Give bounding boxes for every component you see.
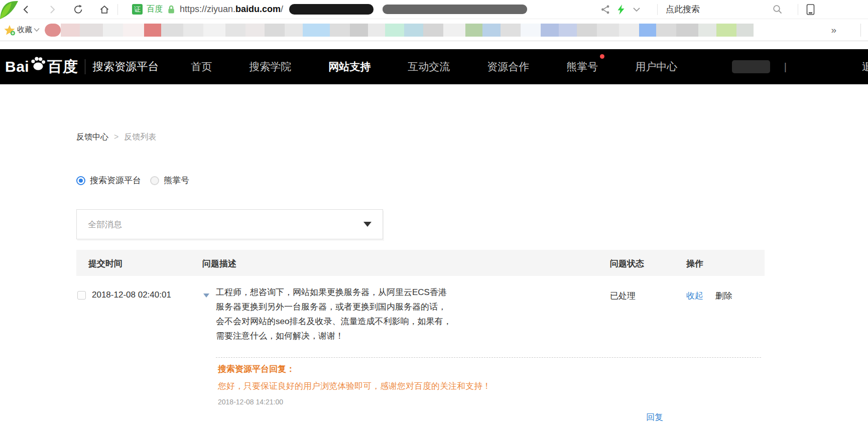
row-submit-time: 2018-12-08 02:40:01 [92,290,171,300]
row-checkbox[interactable] [77,291,86,300]
nav-item[interactable]: 首页 [191,60,212,74]
forward-button[interactable] [47,5,57,15]
reply-title: 搜索资源平台回复： [218,363,491,375]
feedback-table: 提交时间 问题描述 问题状态 操作 2018-12-08 02:40:01 工程… [76,250,765,433]
bookmark-item[interactable] [736,24,754,37]
mobile-phone-icon[interactable] [806,4,815,15]
back-button[interactable] [21,5,31,15]
address-bar[interactable]: 证 百度 https://ziyuan.baidu.com/ [126,4,527,15]
header-status: 问题状态 [610,258,644,269]
radio-label-xiongzhanghao[interactable]: 熊掌号 [164,175,189,186]
dropdown-selected-value: 全部消息 [88,219,122,230]
bookmark-item[interactable] [80,24,103,37]
baidu-paw-icon [30,56,47,71]
site-verified-name: 百度 [147,4,163,15]
reply-text: 您好，只要保证良好的用户浏览体验即可，感谢您对百度的关注和支持！ [218,380,491,392]
bookmark-item[interactable] [265,24,285,37]
breadcrumb-feedback-center[interactable]: 反馈中心 [76,132,108,141]
bookmark-item[interactable] [183,24,203,37]
bookmark-item[interactable] [639,24,656,37]
bookmark-item[interactable] [482,24,501,37]
bookmark-item[interactable] [45,24,61,37]
delete-link[interactable]: 删除 [715,290,732,302]
bookmark-item[interactable] [144,24,161,37]
logo-divider [85,59,85,74]
username-redacted[interactable] [732,60,770,73]
home-button[interactable] [99,5,109,15]
bookmark-item[interactable] [161,24,183,37]
user-divider: | [784,61,787,73]
baidu-logo[interactable]: Bai 百度 [5,57,78,77]
bookmark-item[interactable] [368,24,385,37]
bookmark-item[interactable] [285,24,303,37]
favorites-label[interactable]: 收藏 [17,25,32,35]
nav-item[interactable]: 用户中心 [635,60,677,74]
collapse-triangle-icon[interactable] [203,294,209,298]
bookmark-item[interactable] [716,24,736,37]
reply-button[interactable]: 回复 [646,411,663,423]
bookmark-item[interactable] [225,24,245,37]
chevron-down-icon[interactable] [633,7,640,12]
bookmark-item[interactable] [559,24,577,37]
radio-search-platform[interactable] [76,176,85,185]
bookmark-item[interactable] [443,24,465,37]
bookmark-item[interactable] [698,24,716,37]
dropdown-arrow-icon [363,222,371,227]
bookmark-item[interactable] [577,24,597,37]
certified-badge: 证 [132,4,143,15]
nav-item[interactable]: 网站支持 [328,60,370,74]
bookmark-item[interactable] [597,24,619,37]
breadcrumb-feedback-list: 反馈列表 [124,132,156,141]
bookmark-item[interactable] [61,24,80,37]
question-line: 工程师，想咨询下，网站如果更换服务器，从阿里云ECS香港 [216,285,482,300]
bookmark-item[interactable] [330,24,350,37]
bookmark-item[interactable] [350,24,368,37]
feedback-page: 反馈中心>反馈列表 搜索资源平台 熊掌号 全部消息 提交时间 问题描述 问题状态… [0,84,868,433]
bookmark-item[interactable] [465,24,482,37]
bookmark-item[interactable] [123,24,144,37]
source-radio-group: 搜索资源平台 熊掌号 [76,175,198,186]
bookmark-item[interactable] [404,24,423,37]
favorites-chevron-icon[interactable] [34,28,40,32]
bookmark-item[interactable] [501,24,521,37]
bookmark-item[interactable] [541,24,559,37]
url-text: https://ziyuan.baidu.com/ [180,4,283,15]
bookmark-item[interactable] [619,24,639,37]
reply-timestamp: 2018-12-08 14:21:00 [218,398,491,406]
nav-item[interactable]: 搜索学院 [249,60,291,74]
browser-search-input[interactable]: 点此搜索 [666,4,772,15]
browser-chrome: 证 百度 https://ziyuan.baidu.com/ 点此搜索 [0,0,868,19]
user-area: | 退 [732,60,868,74]
lock-icon [167,5,176,14]
bookmark-item[interactable] [103,24,123,37]
bookmarks-overflow-button[interactable]: » [831,25,836,36]
logout-link-partial[interactable]: 退 [862,60,868,74]
screen: 证 百度 https://ziyuan.baidu.com/ 点此搜索 收藏 [0,0,868,433]
bookmark-item[interactable] [203,24,225,37]
search-icon[interactable] [772,4,783,15]
accelerator-lightning-icon[interactable] [617,5,625,15]
header-actions: 操作 [686,258,703,269]
bookmark-item[interactable] [245,24,265,37]
favorites-star-icon[interactable] [4,25,16,36]
notification-dot [600,54,604,59]
message-filter-dropdown[interactable]: 全部消息 [76,209,383,239]
bookmark-item[interactable] [385,24,404,37]
collapse-link[interactable]: 收起 [686,290,703,302]
bookmark-item[interactable] [656,24,676,37]
nav-item[interactable]: 熊掌号 [566,60,598,74]
redacted-url-segment [289,4,374,15]
bookmarks-divider [860,24,861,37]
radio-label-search-platform[interactable]: 搜索资源平台 [90,175,141,186]
main-nav: 首页搜索学院网站支持互动交流资源合作熊掌号用户中心 [191,60,677,74]
radio-xiongzhanghao[interactable] [150,176,159,185]
bookmark-item[interactable] [521,24,541,37]
nav-item[interactable]: 互动交流 [408,60,450,74]
nav-item[interactable]: 资源合作 [487,60,529,74]
reload-button[interactable] [73,5,83,15]
bookmark-item[interactable] [303,24,330,37]
bookmark-item[interactable] [676,24,698,37]
bookmark-item[interactable] [423,24,443,37]
share-icon[interactable] [600,5,610,15]
breadcrumb-separator: > [114,132,118,141]
